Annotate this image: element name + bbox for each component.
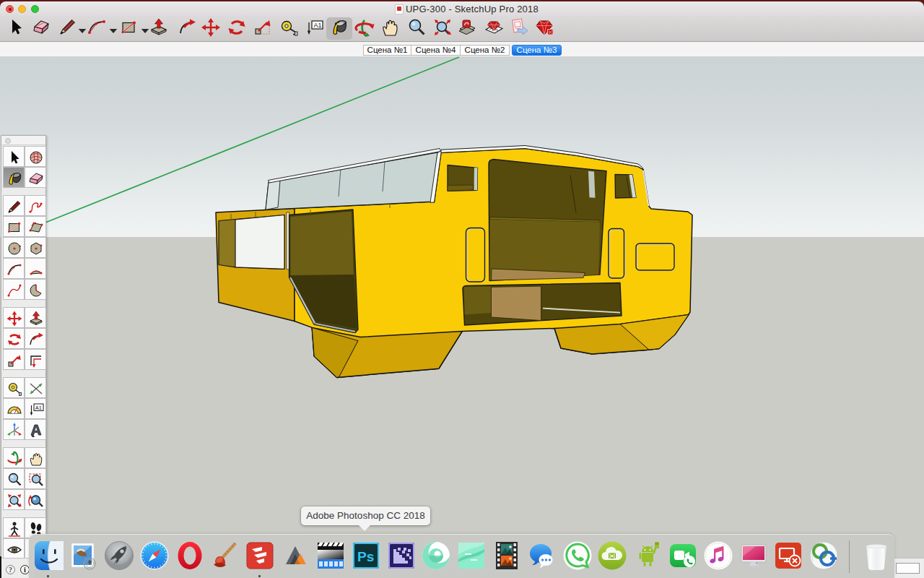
svg-text:A1: A1 [35, 404, 42, 410]
svg-text:Ps: Ps [357, 549, 374, 564]
